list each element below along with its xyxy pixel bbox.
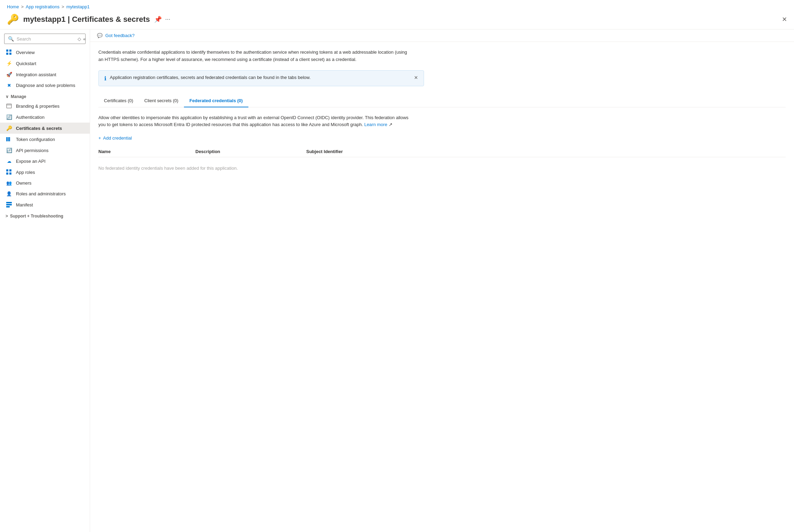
breadcrumb-app-registrations[interactable]: App registrations	[26, 4, 60, 9]
search-input[interactable]	[17, 36, 75, 42]
col-header-name: Name	[98, 149, 195, 154]
search-bar[interactable]: 🔍 ◇ «	[4, 34, 86, 44]
sidebar-item-overview[interactable]: Overview	[0, 47, 90, 58]
sidebar-item-branding[interactable]: Branding & properties	[0, 100, 90, 112]
svg-rect-14	[6, 204, 12, 205]
sidebar-label-expose-api: Expose an API	[16, 159, 45, 164]
expose-icon: ☁	[6, 159, 12, 164]
roles-icon: 👤	[6, 191, 12, 196]
federated-description: Allow other identities to impersonate th…	[98, 114, 410, 129]
sidebar-label-integration: Integration assistant	[16, 72, 56, 77]
sidebar-item-integration[interactable]: 🚀 Integration assistant	[0, 69, 90, 80]
pin-icon[interactable]: 📌	[154, 16, 162, 23]
sidebar-label-branding: Branding & properties	[16, 104, 60, 109]
sidebar-label-roles-admin: Roles and administrators	[16, 191, 66, 196]
sidebar-label-token: Token configuration	[16, 137, 55, 142]
breadcrumb-home[interactable]: Home	[7, 4, 19, 9]
breadcrumb-app-name[interactable]: mytestapp1	[66, 4, 89, 9]
auth-icon: 🔄	[6, 114, 12, 120]
svg-rect-12	[9, 172, 11, 175]
sidebar-label-diagnose: Diagnose and solve problems	[16, 83, 75, 88]
sidebar-label-certificates: Certificates & secrets	[16, 126, 62, 131]
manage-label: Manage	[11, 94, 26, 99]
sidebar-item-diagnose[interactable]: ✖ Diagnose and solve problems	[0, 80, 90, 91]
sidebar-item-authentication[interactable]: 🔄 Authentication	[0, 112, 90, 123]
info-icon: ℹ	[104, 75, 106, 82]
sidebar-item-api-permissions[interactable]: 🔃 API permissions	[0, 145, 90, 156]
sidebar-label-overview: Overview	[16, 50, 35, 55]
svg-rect-3	[9, 53, 11, 55]
overview-icon	[6, 50, 12, 55]
sidebar-label-manifest: Manifest	[16, 202, 33, 207]
support-section-header[interactable]: > Support + Troubleshooting	[0, 210, 90, 220]
manifest-icon	[6, 202, 12, 207]
manage-section-header[interactable]: ∨ Manage	[0, 91, 90, 100]
svg-rect-11	[6, 172, 8, 175]
svg-rect-10	[9, 169, 11, 171]
diamond-icon: ◇	[78, 36, 81, 42]
collapse-icon[interactable]: «	[83, 36, 86, 42]
federated-section: Allow other identities to impersonate th…	[98, 114, 786, 177]
tab-federated[interactable]: Federated credentials (0)	[184, 95, 248, 107]
chevron-down-icon: ∨	[6, 94, 9, 99]
quickstart-icon: ⚡	[6, 61, 12, 66]
svg-rect-2	[6, 53, 8, 55]
info-banner: ℹ Application registration certificates,…	[98, 70, 424, 86]
sidebar-item-quickstart[interactable]: ⚡ Quickstart	[0, 58, 90, 69]
tab-certificates[interactable]: Certificates (0)	[98, 95, 139, 107]
sidebar-item-expose-api[interactable]: ☁ Expose an API	[0, 156, 90, 167]
svg-rect-15	[6, 206, 10, 207]
learn-more-link[interactable]: Learn more	[364, 122, 387, 127]
tabs: Certificates (0) Client secrets (0) Fede…	[98, 95, 786, 107]
cert-icon: 🔑	[6, 125, 12, 131]
search-icon: 🔍	[8, 36, 14, 42]
sidebar-item-certificates[interactable]: 🔑 Certificates & secrets	[0, 123, 90, 134]
key-icon: 🔑	[7, 14, 19, 25]
sidebar-label-authentication: Authentication	[16, 115, 44, 120]
more-icon[interactable]: ···	[165, 16, 170, 23]
svg-rect-1	[9, 50, 11, 52]
chevron-right-icon: >	[6, 214, 8, 219]
approles-icon	[6, 169, 12, 175]
plus-icon: +	[98, 135, 101, 141]
token-icon	[6, 136, 12, 142]
page-header: 🔑 mytestapp1 | Certificates & secrets 📌 …	[0, 12, 794, 29]
main-layout: 🔍 ◇ « Overview ⚡ Quickstart 🚀 Integratio…	[0, 29, 794, 532]
content-body: Credentials enable confidential applicat…	[90, 42, 794, 183]
feedback-label: Got feedback?	[105, 33, 135, 38]
tab-client-secrets[interactable]: Client secrets (0)	[139, 95, 184, 107]
close-banner-button[interactable]: ✕	[414, 75, 418, 80]
add-credential-button[interactable]: + Add credential	[98, 134, 786, 142]
sidebar: 🔍 ◇ « Overview ⚡ Quickstart 🚀 Integratio…	[0, 29, 90, 532]
sidebar-item-roles-admin[interactable]: 👤 Roles and administrators	[0, 188, 90, 199]
sidebar-item-token[interactable]: Token configuration	[0, 134, 90, 145]
close-button[interactable]: ✕	[782, 16, 787, 23]
svg-rect-6	[6, 137, 7, 141]
info-banner-text: Application registration certificates, s…	[110, 75, 411, 80]
sidebar-item-app-roles[interactable]: App roles	[0, 167, 90, 178]
sidebar-item-owners[interactable]: 👥 Owners	[0, 178, 90, 188]
branding-icon	[6, 103, 12, 109]
content-area: 💬 Got feedback? Credentials enable confi…	[90, 29, 794, 532]
api-icon: 🔃	[6, 148, 12, 153]
sidebar-item-manifest[interactable]: Manifest	[0, 199, 90, 210]
svg-rect-0	[6, 50, 8, 52]
table-header: Name Description Subject Identifier	[98, 149, 786, 157]
feedback-bar[interactable]: 💬 Got feedback?	[90, 29, 794, 42]
sidebar-label-app-roles: App roles	[16, 170, 35, 175]
feedback-icon: 💬	[97, 33, 103, 38]
owners-icon: 👥	[6, 180, 12, 186]
svg-rect-8	[9, 137, 10, 141]
svg-rect-4	[7, 104, 11, 108]
page-title: mytestapp1 | Certificates & secrets	[23, 15, 150, 24]
support-label: Support + Troubleshooting	[10, 214, 63, 219]
sidebar-label-api-permissions: API permissions	[16, 148, 48, 153]
main-description: Credentials enable confidential applicat…	[98, 49, 410, 63]
svg-rect-13	[6, 202, 12, 203]
svg-rect-7	[8, 137, 9, 141]
empty-message: No federated identity credentials have b…	[98, 160, 786, 176]
diagnose-icon: ✖	[6, 83, 12, 88]
svg-rect-9	[6, 169, 8, 171]
rocket-icon: 🚀	[6, 72, 12, 77]
breadcrumb: Home > App registrations > mytestapp1	[0, 0, 794, 12]
